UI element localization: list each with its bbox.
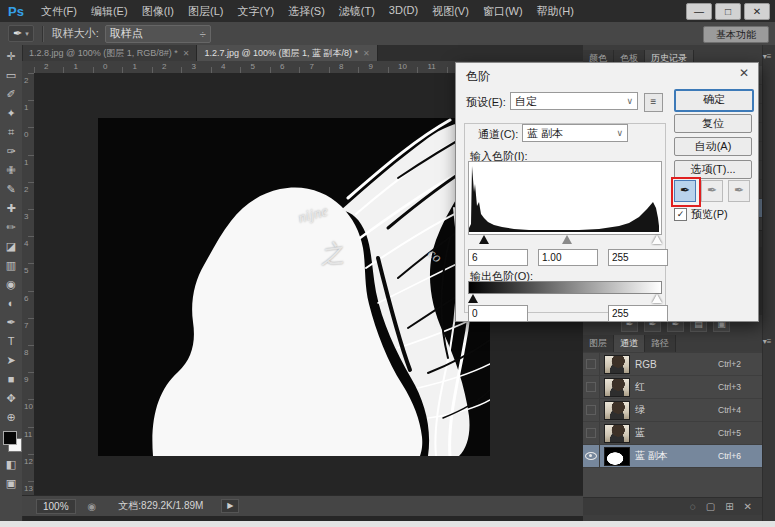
zoom-tool-icon[interactable]: ⊕ xyxy=(0,408,22,427)
new-channel-icon[interactable]: ⊞ xyxy=(725,501,733,512)
clone-stamp-tool-icon[interactable]: ✚ xyxy=(0,199,22,218)
channel-row[interactable]: 绿Ctrl+4 xyxy=(583,399,762,422)
channel-row[interactable]: 红Ctrl+3 xyxy=(583,376,762,399)
menu-item[interactable]: 图像(I) xyxy=(135,4,181,19)
reset-button[interactable]: 复位 xyxy=(674,114,752,133)
lasso-tool-icon[interactable]: ✐ xyxy=(0,85,22,104)
marquee-tool-icon[interactable]: ▭ xyxy=(0,66,22,85)
document-tab[interactable]: 1.2.7.jpg @ 100% (图层 1, 蓝 副本/8) *✕ xyxy=(197,45,377,61)
brush-tool-icon[interactable]: ✎ xyxy=(0,180,22,199)
type-tool-icon[interactable]: T xyxy=(0,332,22,351)
maximize-button[interactable]: □ xyxy=(715,3,741,20)
panel-menu-icon[interactable]: ▾≡ xyxy=(761,52,773,61)
input-black-slider[interactable] xyxy=(479,235,489,244)
preset-label: 预设(E): xyxy=(466,95,506,110)
foreground-color-swatch[interactable] xyxy=(3,431,17,445)
close-tab-icon[interactable]: ✕ xyxy=(183,49,190,58)
menu-item[interactable]: 编辑(E) xyxy=(84,4,135,19)
input-black-field[interactable] xyxy=(468,249,528,266)
auto-button[interactable]: 自动(A) xyxy=(674,137,752,156)
visibility-toggle[interactable] xyxy=(583,376,600,398)
crop-tool-icon[interactable]: ⌗ xyxy=(0,123,22,142)
shape-tool-icon[interactable]: ■ xyxy=(0,370,22,389)
delete-channel-icon[interactable]: ✕ xyxy=(744,501,752,512)
load-selection-icon[interactable]: ◌ xyxy=(690,501,696,512)
dodge-tool-icon[interactable]: ◐ xyxy=(0,294,22,313)
color-swatches[interactable] xyxy=(0,429,22,455)
close-tab-icon[interactable]: ✕ xyxy=(363,49,370,58)
toolbar-tools: ✛▭✐✦⌗✑✙✎✚✏◪▥◉◐✒T➤■✥⊕ xyxy=(0,45,22,427)
black-point-eyedropper-icon[interactable]: ✒ xyxy=(674,180,696,202)
panel-tab-通道[interactable]: 通道 xyxy=(614,335,645,352)
visibility-toggle[interactable] xyxy=(583,422,600,444)
input-white-field[interactable] xyxy=(608,249,668,266)
menu-item[interactable]: 文字(Y) xyxy=(230,4,281,19)
input-gamma-field[interactable] xyxy=(538,249,598,266)
dialog-close-icon[interactable]: ✕ xyxy=(739,66,749,80)
ruler-number: 6 xyxy=(24,294,28,303)
empty-eye-icon xyxy=(586,428,596,438)
quick-selection-tool-icon[interactable]: ✦ xyxy=(0,104,22,123)
photoshop-window: Ps 文件(F)编辑(E)图像(I)图层(L)文字(Y)选择(S)滤镜(T)3D… xyxy=(0,0,775,527)
sample-size-dropdown[interactable]: 取样点 ÷ xyxy=(105,25,211,43)
channel-dropdown[interactable]: 蓝 副本 ∨ xyxy=(522,124,628,142)
output-black-slider[interactable] xyxy=(468,294,478,303)
move-tool-icon[interactable]: ✛ xyxy=(0,47,22,66)
close-button[interactable]: ✕ xyxy=(744,3,770,20)
blur-tool-icon[interactable]: ◉ xyxy=(0,275,22,294)
ps-logo: Ps xyxy=(0,4,34,19)
input-gamma-slider[interactable] xyxy=(562,235,572,244)
divider xyxy=(42,26,44,42)
minimize-button[interactable]: — xyxy=(686,3,712,20)
input-white-slider[interactable] xyxy=(652,235,662,244)
pen-tool-icon[interactable]: ✒ xyxy=(0,313,22,332)
panel-tab-图层[interactable]: 图层 xyxy=(583,335,614,352)
visibility-toggle[interactable] xyxy=(583,353,600,375)
workspace-button[interactable]: 基本功能 xyxy=(703,26,769,43)
zoom-level-field[interactable]: 100% xyxy=(36,499,76,514)
document-image[interactable]: nijne之co xyxy=(98,118,490,456)
menu-item[interactable]: 文件(F) xyxy=(34,4,84,19)
channel-row[interactable]: 蓝Ctrl+5 xyxy=(583,422,762,445)
output-white-field[interactable] xyxy=(608,305,668,322)
save-selection-icon[interactable]: ▢ xyxy=(706,501,715,512)
channels-panel-menu-icon[interactable]: ▾≡ xyxy=(761,337,773,346)
panel-tab-路径[interactable]: 路径 xyxy=(645,335,676,352)
channels-panel-footer: ◌▢⊞✕ xyxy=(583,497,762,515)
channel-row[interactable]: RGBCtrl+2 xyxy=(583,353,762,376)
history-brush-tool-icon[interactable]: ✏ xyxy=(0,218,22,237)
preview-checkbox[interactable]: ✓ 预览(P) xyxy=(674,207,728,222)
eraser-tool-icon[interactable]: ◪ xyxy=(0,237,22,256)
white-point-eyedropper-icon[interactable]: ✒ xyxy=(728,180,750,202)
menu-item[interactable]: 滤镜(T) xyxy=(332,4,382,19)
path-selection-tool-icon[interactable]: ➤ xyxy=(0,351,22,370)
quick-mask-icon[interactable]: ◧ xyxy=(0,455,22,474)
visibility-toggle[interactable] xyxy=(583,399,600,421)
hand-tool-icon[interactable]: ✥ xyxy=(0,389,22,408)
ruler-number: 2 xyxy=(162,62,166,71)
menu-item[interactable]: 选择(S) xyxy=(281,4,332,19)
menu-item[interactable]: 图层(L) xyxy=(181,4,230,19)
eyedropper-tool-icon[interactable]: ✑ xyxy=(0,142,22,161)
channel-row[interactable]: 蓝 副本Ctrl+6 xyxy=(583,445,762,468)
healing-brush-tool-icon[interactable]: ✙ xyxy=(0,161,22,180)
ruler-number: 10 xyxy=(24,402,33,411)
status-menu-arrow-icon[interactable]: ▶ xyxy=(221,499,239,513)
screen-mode-icon[interactable]: ▣ xyxy=(0,474,22,493)
menu-item[interactable]: 3D(D) xyxy=(382,4,425,19)
document-tab[interactable]: 1.2.8.jpg @ 100% (图层 1, RGB/8#) *✕ xyxy=(22,45,197,61)
document-tab-label: 1.2.8.jpg @ 100% (图层 1, RGB/8#) * xyxy=(29,47,178,60)
preset-options-icon[interactable]: ≡ xyxy=(644,93,663,112)
menu-item[interactable]: 视图(V) xyxy=(425,4,476,19)
menu-item[interactable]: 窗口(W) xyxy=(476,4,530,19)
preset-dropdown[interactable]: 自定 ∨ xyxy=(510,92,638,110)
visibility-toggle[interactable] xyxy=(583,445,600,467)
menu-item[interactable]: 帮助(H) xyxy=(530,4,581,19)
gradient-tool-icon[interactable]: ▥ xyxy=(0,256,22,275)
output-black-field[interactable] xyxy=(468,305,528,322)
levels-dialog[interactable]: 色阶 ✕ 预设(E): 自定 ∨ ≡ 确定 复位 自动(A) 选项(T)... … xyxy=(455,62,759,322)
output-white-slider[interactable] xyxy=(652,294,662,303)
tool-preset-picker[interactable]: ✒ ▾ xyxy=(8,25,34,42)
gray-point-eyedropper-icon[interactable]: ✒ xyxy=(701,180,723,202)
ok-button[interactable]: 确定 xyxy=(674,89,754,112)
